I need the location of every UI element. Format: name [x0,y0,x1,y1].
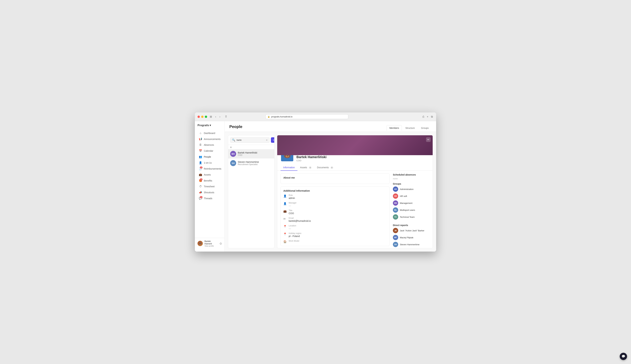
search-section-header: H [228,145,274,149]
view-profile-link[interactable]: View profile [205,245,218,247]
bartek-role: COO [238,154,257,156]
search-input[interactable] [237,139,264,141]
report-jack[interactable]: JB Jack "Action Jack" Barker [393,228,429,233]
tabs-button[interactable]: ⧉ [430,114,433,119]
email-content: Email bartek@humadroid.io [289,217,311,222]
sidebar-item-announcements[interactable]: 📢 Announcements [196,136,223,142]
search-clear-icon[interactable]: ✕ [266,139,268,142]
management-avatar: MN [393,200,398,206]
direct-reports-title: Direct reports [393,224,429,226]
sidebar-label-reimbursements: Reimbursements [204,168,221,170]
search-result-steven[interactable]: SH Steven Hammertime Recruitment Special… [228,158,274,168]
scheduled-absences-title: Scheduled absences [393,174,429,176]
sidebar-item-assets[interactable]: 💼 Assets [196,172,223,178]
sidebar-logo[interactable]: Prograils ▾ [195,124,225,130]
sidebar-nav: ⌂ Dashboard 📢 Announcements 🗓 Absences 📅… [195,130,225,238]
bartek-info: Bartek Hamerliński COO [238,151,257,156]
back-button[interactable]: ‹ [215,114,217,119]
sidebar-item-reimbursements[interactable]: 🧾 Reimbursements 2 [196,166,223,172]
jack-avatar: JB [393,228,398,233]
tab-members[interactable]: Members [387,125,402,131]
maximize-button[interactable] [205,116,207,118]
people-icon: 👥 [199,155,202,158]
tab-information[interactable]: Information [281,164,297,171]
group-management[interactable]: MN Management [393,200,429,206]
sidebar-item-timesheet[interactable]: ⏱ Timesheet [196,184,223,189]
role-value: admin [289,197,295,200]
sidebar-item-people[interactable]: 👥 People [196,154,223,160]
sidebar-label-dashboard: Dashboard [204,132,215,134]
maciej-avatar: MF [393,235,398,240]
close-button[interactable] [198,116,200,118]
tab-groups[interactable]: Groups [418,125,431,131]
logo-chevron: ▾ [210,124,211,127]
sidebar-label-timesheet: Timesheet [204,185,215,188]
main-content: People Members Structure Groups 🔍 ✕ [225,121,436,252]
role-content: Role admin [289,194,295,200]
groups-title: Groups [393,182,429,185]
search-icon: 🔍 [232,138,235,142]
sidebar-item-absences[interactable]: 🗓 Absences [196,142,223,148]
assets-icon: 💼 [199,173,202,176]
share-button[interactable]: ⎙ [422,114,425,119]
group-technical[interactable]: TC Technical Team [393,214,429,220]
sidebar-label-people: People [204,156,211,158]
group-administration[interactable]: AD Administration [393,186,429,192]
title-icon: 💼 [283,210,287,213]
sidebar-item-1on1s[interactable]: 👤 1-on-1s [196,160,223,166]
new-tab-button[interactable]: + [426,114,429,119]
location-icon: 📍 [283,225,287,228]
threads-badge: 1 [200,196,203,198]
steven-avatar: SH [230,160,236,166]
report-steven-h[interactable]: SH Steven Hammertime [393,242,429,247]
sidebar-toggle-button[interactable]: ⊞ [209,114,213,119]
report-maciej[interactable]: MF Maciej Filipiak [393,235,429,240]
edit-cover-button[interactable]: ✏ [426,137,431,142]
page-title: People [229,124,242,132]
profile-body: About me Additional Information 👤 Role a… [277,171,433,248]
sidebar-item-threads[interactable]: 💬 Threads 1 [196,196,223,201]
steven-name: Steven Hammertime [238,161,259,163]
sidebar-item-benefits[interactable]: 🎁 Benefits 1 [196,178,223,184]
email-label: Email [289,217,311,219]
direct-reports-section: Direct reports JB Jack "Action Jack" Bar… [393,224,429,248]
apps-button[interactable]: ⠿ [224,114,228,119]
field-email: ✉ Email bartek@humadroid.io [283,217,387,222]
chat-fab-button[interactable]: 💬 [620,353,627,360]
hr-soft-avatar: HR [393,194,398,199]
search-input-wrap: 🔍 ✕ [230,137,270,143]
bartek-name: Bartek Hamerliński [238,151,257,154]
address-bar[interactable]: 🔒 prograils.humadroid.io [265,114,348,119]
manager-icon: 👤 [283,202,287,205]
current-user-info: Bartek Hamerli View profile [205,240,218,247]
tab-structure[interactable]: Structure [402,125,418,131]
location-label: Location [289,224,296,227]
minimize-button[interactable] [201,116,204,118]
multisport-name: Multisport users [400,209,415,211]
header-tabs: Members Structure Groups [387,125,431,131]
dashboard-icon: ⌂ [199,132,202,135]
sidebar-label-benefits: Benefits [204,179,212,182]
steven-role: Recruitment Specialist [238,163,259,166]
group-hr-soft[interactable]: HR HR soft [393,194,429,199]
sidebar-item-shoutouts[interactable]: 📣 Shoutouts [196,190,223,195]
reimbursements-badge: 2 [200,166,203,168]
invite-member-button[interactable]: Invite member [271,137,274,143]
work-model-icon: 🏠 [283,240,287,243]
profile-tabs: Information Assets 0 Documents 0 [277,164,433,171]
group-multisport[interactable]: ML Multisport users [393,207,429,213]
search-result-bartek[interactable]: BH Bartek Hamerliński COO [228,149,274,158]
field-manager: 👤 Manager — [283,202,387,207]
content-area: 🔍 ✕ Invite member H BH Bartek Hamerlińsk… [225,132,436,252]
administration-name: Administration [400,188,413,190]
forward-button[interactable]: › [219,114,221,119]
sidebar-item-dashboard[interactable]: ⌂ Dashboard [196,130,223,136]
power-icon[interactable]: ⏻ [220,242,222,245]
administration-avatar: AD [393,186,398,192]
field-work-model: 🏠 Work Model [283,240,387,243]
sidebar-item-calendar[interactable]: 📅 Calendar [196,148,223,154]
url-display: prograils.humadroid.io [271,116,293,118]
browser-titlebar: ⊞ ‹ › ⠿ 🔒 prograils.humadroid.io ⎙ + ⧉ [195,112,436,121]
tab-documents[interactable]: Documents 0 [314,164,336,171]
tab-assets[interactable]: Assets 0 [297,164,314,171]
